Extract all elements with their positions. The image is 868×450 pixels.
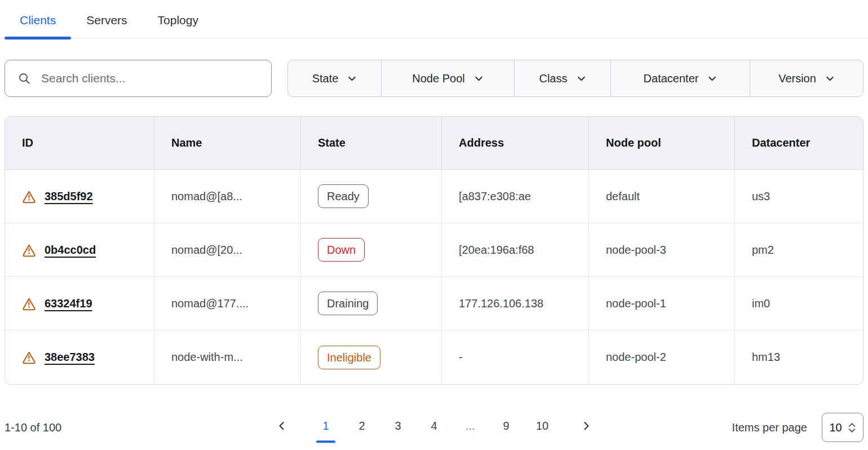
filter-class-button[interactable]: Class xyxy=(515,60,611,96)
items-per-page-value: 10 xyxy=(829,421,842,434)
next-page-button[interactable] xyxy=(577,416,596,435)
table-row[interactable]: 0b4cc0cd nomad@[20... Down [20ea:196a:f6… xyxy=(5,223,863,277)
tabs-bar: Clients Servers Toplogy xyxy=(0,0,868,38)
name-cell: nomad@177.... xyxy=(154,277,301,330)
search-box xyxy=(5,60,272,97)
toolbar: State Node Pool Class Datacenter Version xyxy=(5,60,863,97)
state-cell: Down xyxy=(301,223,442,277)
id-cell: 63324f19 xyxy=(5,277,154,330)
column-header-state: State xyxy=(301,117,442,170)
filter-datacenter-label: Datacenter xyxy=(644,72,699,85)
tab-clients[interactable]: Clients xyxy=(5,0,71,38)
state-cell: Ineligible xyxy=(301,330,442,384)
id-cell: 38ee7383 xyxy=(5,330,154,384)
search-input[interactable] xyxy=(40,71,259,86)
id-cell: 0b4cc0cd xyxy=(5,223,154,277)
filter-version-button[interactable]: Version xyxy=(750,60,863,96)
chevron-down-icon xyxy=(577,74,586,83)
table-header-row: ID Name State Address Node pool Datacent… xyxy=(5,117,863,170)
pagination: 1 2 3 4 ... 9 10 xyxy=(272,416,596,435)
warning-icon xyxy=(22,189,36,204)
filter-state-label: State xyxy=(312,72,339,85)
tab-topology[interactable]: Toplogy xyxy=(143,0,214,38)
search-icon xyxy=(17,72,31,85)
client-id-link[interactable]: 0b4cc0cd xyxy=(45,244,96,257)
chevron-down-icon xyxy=(474,74,484,83)
pagination-ellipsis: ... xyxy=(460,420,480,433)
client-id-link[interactable]: 63324f19 xyxy=(45,297,92,310)
pagination-footer: 1-10 of 100 1 2 3 4 ... 9 10 Items per p… xyxy=(5,407,863,448)
table-row[interactable]: 385d5f92 nomad@[a8... Ready [a837:e308:a… xyxy=(5,170,863,223)
column-header-node-pool: Node pool xyxy=(589,117,735,170)
datacenter-cell: pm2 xyxy=(735,223,863,277)
items-per-page-label: Items per page xyxy=(732,421,807,434)
datacenter-cell: hm13 xyxy=(735,330,863,384)
datacenter-cell: us3 xyxy=(735,170,863,223)
name-cell: nomad@[20... xyxy=(154,223,301,277)
filter-version-label: Version xyxy=(778,72,816,85)
column-header-id: ID xyxy=(5,117,154,170)
client-id-link[interactable]: 385d5f92 xyxy=(45,190,93,203)
filter-datacenter-button[interactable]: Datacenter xyxy=(611,60,750,96)
address-cell: [20ea:196a:f68 xyxy=(442,223,589,277)
column-header-address: Address xyxy=(442,117,589,170)
warning-icon xyxy=(22,243,36,257)
prev-page-button[interactable] xyxy=(272,416,291,435)
up-down-stepper-icon xyxy=(848,422,856,434)
node-pool-cell: node-pool-3 xyxy=(589,223,735,277)
page-button-10[interactable]: 10 xyxy=(533,417,552,435)
table-row[interactable]: 38ee7383 node-with-m... Ineligible - nod… xyxy=(5,330,863,384)
state-badge: Ineligible xyxy=(318,346,380,369)
node-pool-cell: node-pool-1 xyxy=(589,277,735,330)
page-button-9[interactable]: 9 xyxy=(497,417,516,435)
chevron-left-icon xyxy=(276,420,287,431)
items-per-page: Items per page 10 xyxy=(732,413,863,442)
address-cell: [a837:e308:ae xyxy=(442,170,589,223)
state-badge: Draining xyxy=(318,292,378,315)
warning-icon xyxy=(22,350,36,364)
name-cell: nomad@[a8... xyxy=(154,170,301,223)
page-button-3[interactable]: 3 xyxy=(388,417,408,435)
column-header-name: Name xyxy=(154,117,301,170)
warning-icon xyxy=(22,297,36,311)
datacenter-cell: im0 xyxy=(735,277,863,330)
chevron-down-icon xyxy=(707,74,717,83)
filter-state-button[interactable]: State xyxy=(288,60,382,96)
table-row[interactable]: 63324f19 nomad@177.... Draining 177.126.… xyxy=(5,277,863,330)
state-badge: Down xyxy=(318,238,365,262)
node-pool-cell: node-pool-2 xyxy=(589,330,735,384)
address-cell: - xyxy=(442,330,589,384)
state-badge: Ready xyxy=(318,184,369,208)
page-button-2[interactable]: 2 xyxy=(352,417,371,435)
items-per-page-select[interactable]: 10 xyxy=(822,413,863,442)
page-button-4[interactable]: 4 xyxy=(424,417,444,435)
state-cell: Draining xyxy=(301,277,442,330)
chevron-down-icon xyxy=(825,74,835,83)
chevron-down-icon xyxy=(347,74,357,83)
state-cell: Ready xyxy=(301,170,442,223)
column-header-datacenter: Datacenter xyxy=(735,117,863,170)
clients-table: ID Name State Address Node pool Datacent… xyxy=(5,116,863,385)
filter-group: State Node Pool Class Datacenter Version xyxy=(287,60,863,97)
id-cell: 385d5f92 xyxy=(5,170,154,223)
node-pool-cell: default xyxy=(589,170,735,223)
name-cell: node-with-m... xyxy=(154,330,301,384)
page-button-1[interactable]: 1 xyxy=(316,417,335,435)
address-cell: 177.126.106.138 xyxy=(442,277,589,330)
filter-class-label: Class xyxy=(539,72,567,85)
chevron-right-icon xyxy=(581,420,592,431)
tab-servers[interactable]: Servers xyxy=(71,0,142,38)
filter-node-pool-button[interactable]: Node Pool xyxy=(382,60,515,96)
filter-node-pool-label: Node Pool xyxy=(412,72,464,85)
range-label: 1-10 of 100 xyxy=(5,421,61,434)
client-id-link[interactable]: 38ee7383 xyxy=(45,351,95,364)
